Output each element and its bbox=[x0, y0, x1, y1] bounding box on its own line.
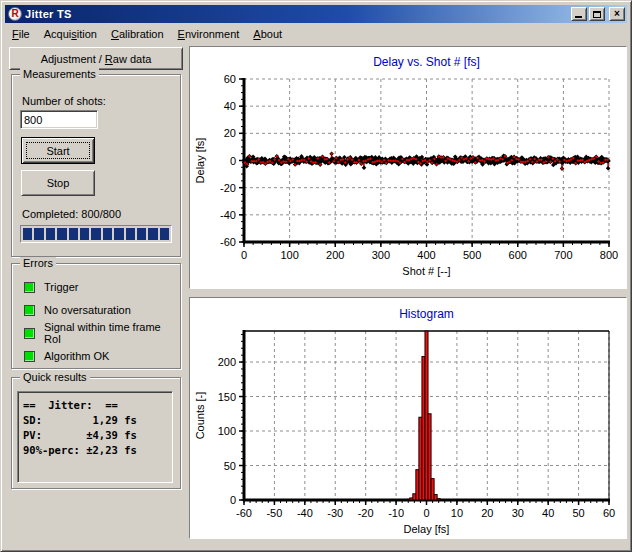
menu-item-about[interactable]: About bbox=[247, 26, 288, 42]
svg-text:150: 150 bbox=[218, 391, 236, 403]
menu-item-environment[interactable]: Environment bbox=[172, 26, 246, 42]
minimize-icon bbox=[575, 16, 582, 18]
maximize-button[interactable] bbox=[589, 7, 605, 21]
svg-text:-40: -40 bbox=[220, 209, 236, 221]
menu-item-file[interactable]: File bbox=[6, 26, 36, 42]
svg-text:0: 0 bbox=[230, 494, 236, 506]
progress-segment bbox=[57, 228, 66, 240]
svg-text:500: 500 bbox=[463, 249, 481, 261]
quick-results-group: Quick results == Jitter: == SD: 1,29 fs … bbox=[11, 377, 181, 489]
number-of-shots-input[interactable] bbox=[20, 110, 98, 129]
svg-text:-10: -10 bbox=[388, 507, 404, 519]
progress-segment bbox=[46, 228, 55, 240]
x-axis-label: Delay [fs] bbox=[404, 523, 450, 535]
y-axis-label: Delay [fs] bbox=[194, 138, 206, 184]
svg-text:0: 0 bbox=[423, 507, 429, 519]
svg-text:20: 20 bbox=[481, 507, 493, 519]
progress-bar bbox=[20, 225, 172, 243]
svg-text:600: 600 bbox=[509, 249, 527, 261]
progress-segment bbox=[126, 228, 135, 240]
maximize-icon bbox=[593, 11, 601, 18]
chart-title: Delay vs. Shot # [fs] bbox=[373, 55, 480, 69]
menu-item-calibration[interactable]: Calibration bbox=[105, 26, 170, 42]
svg-text:0: 0 bbox=[230, 155, 236, 167]
status-led-icon bbox=[24, 282, 35, 293]
delay-chart-panel: 0100200300400500600700800-60-40-20020406… bbox=[189, 46, 627, 289]
progress-segment bbox=[23, 228, 32, 240]
status-led-icon bbox=[24, 351, 35, 362]
minimize-button[interactable] bbox=[571, 7, 587, 21]
error-label: Trigger bbox=[44, 281, 78, 293]
progress-segment bbox=[114, 228, 123, 240]
svg-text:30: 30 bbox=[512, 507, 524, 519]
error-row: Trigger bbox=[24, 280, 78, 294]
measurements-legend: Measurements bbox=[20, 68, 99, 80]
progress-segment bbox=[91, 228, 100, 240]
app-icon: R bbox=[8, 7, 22, 21]
svg-text:-20: -20 bbox=[358, 507, 374, 519]
svg-text:200: 200 bbox=[326, 249, 344, 261]
svg-text:100: 100 bbox=[218, 425, 236, 437]
chart-title: Histogram bbox=[399, 307, 454, 321]
progress-segment bbox=[69, 228, 78, 240]
svg-text:0: 0 bbox=[241, 249, 247, 261]
progress-segment bbox=[34, 228, 43, 240]
error-row: Algorithm OK bbox=[24, 349, 109, 363]
errors-group: Errors TriggerNo oversaturationSignal wi… bbox=[11, 263, 181, 369]
error-row: No oversaturation bbox=[24, 303, 131, 317]
svg-text:300: 300 bbox=[372, 249, 390, 261]
quick-results-text: == Jitter: == SD: 1,29 fs PV: ±4,39 fs 9… bbox=[23, 398, 167, 458]
svg-text:100: 100 bbox=[280, 249, 298, 261]
error-label: No oversaturation bbox=[44, 304, 131, 316]
svg-text:50: 50 bbox=[572, 507, 584, 519]
progress-segment bbox=[103, 228, 112, 240]
svg-text:-20: -20 bbox=[220, 182, 236, 194]
focus-rim bbox=[26, 142, 90, 159]
error-label: Signal within time frame RoI bbox=[44, 321, 180, 345]
svg-text:200: 200 bbox=[218, 356, 236, 368]
histogram-chart: -60-50-40-30-20-100102030405060050100150… bbox=[190, 298, 626, 538]
quick-results-legend: Quick results bbox=[20, 371, 90, 383]
svg-text:-60: -60 bbox=[220, 236, 236, 248]
svg-text:20: 20 bbox=[224, 127, 236, 139]
svg-text:60: 60 bbox=[224, 73, 236, 85]
menu-bar: FileAcquisitionCalibrationEnvironmentAbo… bbox=[6, 25, 626, 42]
adjustment-raw-data-button[interactable]: Adjustment / Raw data bbox=[9, 47, 183, 70]
close-icon: × bbox=[614, 9, 620, 19]
svg-text:-60: -60 bbox=[236, 507, 252, 519]
title-bar[interactable]: R Jitter TS × bbox=[5, 5, 627, 23]
svg-text:400: 400 bbox=[417, 249, 435, 261]
svg-text:-30: -30 bbox=[327, 507, 343, 519]
app-window: R Jitter TS × FileAcquisitionCalibration… bbox=[0, 0, 632, 552]
errors-legend: Errors bbox=[20, 257, 56, 269]
quick-results-box: == Jitter: == SD: 1,29 fs PV: ±4,39 fs 9… bbox=[17, 391, 173, 483]
number-of-shots-label: Number of shots: bbox=[22, 95, 106, 107]
histogram-bars bbox=[407, 331, 440, 500]
svg-text:50: 50 bbox=[224, 460, 236, 472]
progress-segment bbox=[80, 228, 89, 240]
progress-segment bbox=[148, 228, 157, 240]
svg-text:10: 10 bbox=[451, 507, 463, 519]
svg-text:700: 700 bbox=[554, 249, 572, 261]
error-label: Algorithm OK bbox=[44, 350, 109, 362]
stop-button[interactable]: Stop bbox=[21, 170, 95, 196]
progress-segment bbox=[160, 228, 169, 240]
svg-text:-50: -50 bbox=[266, 507, 282, 519]
svg-text:800: 800 bbox=[600, 249, 618, 261]
svg-text:40: 40 bbox=[542, 507, 554, 519]
menu-item-acquisition[interactable]: Acquisition bbox=[38, 26, 103, 42]
adjustment-raw-data-label: Adjustment / Raw data bbox=[41, 53, 152, 65]
x-axis-label: Shot # [--] bbox=[402, 265, 450, 277]
histogram-panel: -60-50-40-30-20-100102030405060050100150… bbox=[189, 297, 627, 539]
error-row: Signal within time frame RoI bbox=[24, 326, 180, 340]
svg-text:-40: -40 bbox=[297, 507, 313, 519]
svg-text:60: 60 bbox=[603, 507, 615, 519]
status-led-icon bbox=[24, 328, 35, 339]
start-button[interactable]: Start bbox=[21, 137, 95, 164]
close-button[interactable]: × bbox=[609, 7, 625, 21]
y-axis-label: Counts [-] bbox=[194, 392, 206, 440]
stop-button-label: Stop bbox=[47, 177, 70, 189]
window-title: Jitter TS bbox=[25, 8, 569, 20]
progress-segment bbox=[137, 228, 146, 240]
measurements-group: Measurements Number of shots: Start Stop… bbox=[11, 74, 181, 257]
